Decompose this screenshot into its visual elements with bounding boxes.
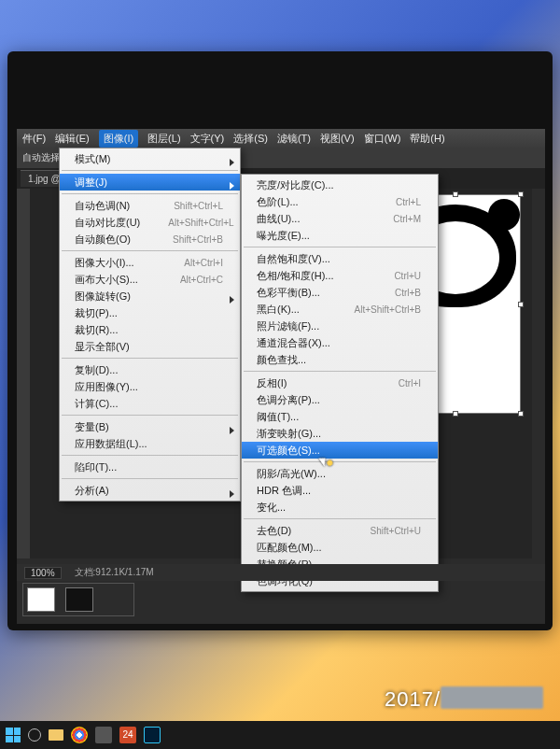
adjustments-menu-item[interactable]: 可选颜色(S)...: [242, 442, 438, 459]
photoshop-icon[interactable]: [144, 727, 161, 743]
menu-shortcut: Ctrl+I: [399, 378, 421, 389]
adjustments-menu-item[interactable]: 色调分离(P)...: [242, 391, 438, 408]
image-menu-item[interactable]: 裁切(P)...: [60, 304, 240, 321]
menu-file[interactable]: 件(F): [22, 132, 46, 146]
menu-separator: [62, 193, 238, 194]
menu-item-label: 分析(A): [75, 484, 109, 498]
adjustments-menu-item[interactable]: 匹配颜色(M)...: [242, 539, 438, 556]
photo-timestamp: 2017/: [385, 686, 543, 712]
adjustments-menu-item[interactable]: 色相/饱和度(H)...Ctrl+U: [242, 267, 438, 284]
file-explorer-icon[interactable]: [49, 729, 63, 741]
menu-shortcut: Alt+Ctrl+C: [180, 275, 223, 285]
redacted-date: [441, 686, 543, 709]
menu-filter[interactable]: 滤镜(T): [277, 132, 311, 146]
menu-edit[interactable]: 编辑(E): [55, 132, 90, 146]
status-bar: 100% 文档:912.1K/1.17M: [17, 564, 545, 581]
menu-layer[interactable]: 图层(L): [147, 132, 180, 146]
adjustments-menu-item[interactable]: 自然饱和度(V)...: [242, 250, 438, 267]
menu-item-label: 色彩平衡(B)...: [257, 286, 320, 300]
image-menu-item[interactable]: 自动色调(N)Shift+Ctrl+L: [60, 197, 240, 214]
zoom-level[interactable]: 100%: [24, 567, 62, 579]
image-menu-item[interactable]: 应用数据组(L)...: [60, 435, 240, 452]
adjustments-menu-item[interactable]: 阈值(T)...: [242, 408, 438, 425]
adjustments-menu-item[interactable]: 变化...: [242, 499, 438, 516]
image-menu-item[interactable]: 显示全部(V): [60, 338, 240, 355]
adjustments-menu-item[interactable]: 阴影/高光(W)...: [242, 465, 438, 482]
menu-item-label: 自动色调(N): [75, 199, 130, 213]
menu-type[interactable]: 文字(Y): [190, 132, 225, 146]
menu-item-label: 通道混合器(X)...: [257, 336, 330, 350]
image-menu-item[interactable]: 图像旋转(G): [60, 288, 240, 304]
layer-thumb[interactable]: [65, 587, 93, 612]
adjustments-menu-item[interactable]: 曝光度(E)...: [242, 227, 438, 244]
adjustments-menu-item[interactable]: 去色(D)Shift+Ctrl+U: [242, 522, 438, 539]
settings-icon[interactable]: [95, 727, 112, 743]
menu-item-label: 画布大小(S)...: [75, 273, 138, 287]
menu-help[interactable]: 帮助(H): [410, 132, 444, 146]
adjustments-menu-item[interactable]: 色彩平衡(B)...Ctrl+B: [242, 284, 438, 301]
chrome-icon[interactable]: [71, 727, 88, 743]
image-menu-item[interactable]: 裁切(R)...: [60, 321, 240, 338]
adjustments-menu-item[interactable]: 颜色查找...: [242, 351, 438, 368]
layers-panel[interactable]: [22, 583, 134, 616]
windows-taskbar: 24: [0, 721, 560, 749]
menu-image[interactable]: 图像(I): [99, 130, 138, 148]
menu-shortcut: Ctrl+L: [396, 197, 421, 207]
adjustments-menu-item[interactable]: 亮度/对比度(C)...: [242, 177, 438, 193]
menu-item-label: 照片滤镜(F)...: [257, 319, 319, 333]
image-menu-dropdown: 模式(M)调整(J)自动色调(N)Shift+Ctrl+L自动对比度(U)Alt…: [59, 148, 241, 502]
image-menu-item[interactable]: 模式(M): [60, 150, 240, 167]
adjustments-menu-item[interactable]: 曲线(U)...Ctrl+M: [242, 210, 438, 227]
image-menu-item[interactable]: 复制(D)...: [60, 361, 240, 378]
menu-item-label: 黑白(K)...: [257, 303, 300, 317]
menu-item-label: 匹配颜色(M)...: [257, 541, 322, 555]
image-menu-item[interactable]: 变量(B): [60, 418, 240, 435]
adjustments-submenu: 亮度/对比度(C)...色阶(L)...Ctrl+L曲线(U)...Ctrl+M…: [241, 174, 439, 592]
menu-shortcut: Alt+Ctrl+I: [184, 258, 223, 268]
image-menu-item[interactable]: 图像大小(I)...Alt+Ctrl+I: [60, 254, 240, 271]
adjustments-menu-item[interactable]: 色阶(L)...Ctrl+L: [242, 193, 438, 210]
menu-item-label: 图像大小(I)...: [75, 256, 134, 270]
menu-item-label: 颜色查找...: [257, 353, 306, 367]
menu-separator: [62, 455, 238, 456]
menu-item-label: 自动对比度(U): [75, 216, 140, 230]
menu-item-label: 变化...: [257, 501, 286, 515]
menu-item-label: 裁切(P)...: [75, 306, 118, 320]
menu-shortcut: Shift+Ctrl+U: [371, 526, 421, 536]
menu-item-label: 模式(M): [75, 152, 111, 166]
adjustments-menu-item[interactable]: 渐变映射(G)...: [242, 425, 438, 442]
menu-item-label: 变量(B): [75, 420, 109, 434]
cortana-icon[interactable]: [28, 728, 41, 742]
image-menu-item[interactable]: 分析(A): [60, 482, 240, 499]
menu-item-label: HDR 色调...: [257, 484, 311, 498]
image-menu-item[interactable]: 计算(C)...: [60, 395, 240, 412]
image-menu-item[interactable]: 自动对比度(U)Alt+Shift+Ctrl+L: [60, 214, 240, 231]
adjustments-menu-item[interactable]: HDR 色调...: [242, 482, 438, 499]
menu-shortcut: Alt+Shift+Ctrl+B: [355, 304, 421, 315]
image-menu-item[interactable]: 陷印(T)...: [60, 459, 240, 475]
menu-item-label: 裁切(R)...: [75, 323, 118, 337]
menu-item-label: 曲线(U)...: [257, 212, 300, 226]
tool-label: 自动选择:: [22, 151, 63, 164]
image-menu-item[interactable]: 应用图像(Y)...: [60, 378, 240, 395]
app-icon[interactable]: 24: [119, 727, 136, 743]
menu-separator: [62, 358, 238, 359]
menu-view[interactable]: 视图(V): [320, 132, 355, 146]
adjustments-menu-item[interactable]: 黑白(K)...Alt+Shift+Ctrl+B: [242, 301, 438, 318]
menu-separator: [244, 247, 436, 247]
menu-select[interactable]: 选择(S): [233, 132, 268, 146]
menu-item-label: 计算(C)...: [75, 397, 118, 411]
adjustments-menu-item[interactable]: 照片滤镜(F)...: [242, 318, 438, 334]
toolbox[interactable]: [17, 189, 30, 558]
adjustments-menu-item[interactable]: 通道混合器(X)...: [242, 334, 438, 351]
menu-item-label: 显示全部(V): [75, 340, 130, 354]
image-menu-item[interactable]: 画布大小(S)...Alt+Ctrl+C: [60, 271, 240, 288]
menu-window[interactable]: 窗口(W): [364, 132, 401, 146]
image-menu-item[interactable]: 自动颜色(O)Shift+Ctrl+B: [60, 231, 240, 247]
layer-thumb[interactable]: [27, 587, 55, 612]
image-menu-item[interactable]: 调整(J): [60, 174, 240, 191]
menu-item-label: 亮度/对比度(C)...: [257, 178, 334, 192]
menu-item-label: 应用图像(Y)...: [75, 380, 138, 394]
start-button[interactable]: [6, 728, 21, 742]
adjustments-menu-item[interactable]: 反相(I)Ctrl+I: [242, 374, 438, 391]
